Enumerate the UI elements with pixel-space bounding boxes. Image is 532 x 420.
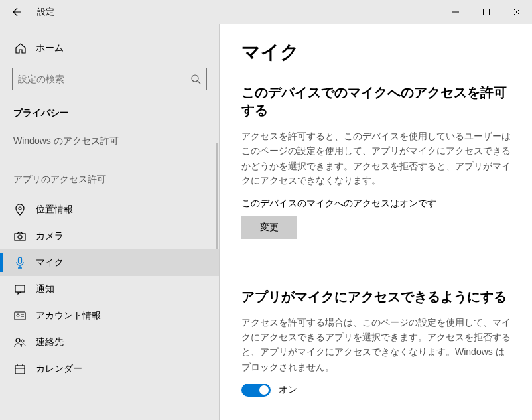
sidebar: ホーム プライバシー Windows のアクセス許可 アプリのアクセス許可 位置… — [0, 24, 219, 420]
svg-rect-15 — [15, 366, 25, 374]
app-access-toggle[interactable] — [241, 384, 271, 397]
main-content: マイク このデバイスでのマイクへのアクセスを許可する アクセスを許可すると、この… — [219, 24, 532, 420]
close-icon — [513, 8, 521, 16]
arrow-left-icon — [11, 7, 21, 17]
change-button[interactable]: 変更 — [241, 216, 297, 239]
close-button[interactable] — [501, 0, 532, 24]
section-description: アクセスを許可すると、このデバイスを使用しているユーザーはこのページの設定を使用… — [241, 129, 511, 188]
svg-point-2 — [192, 75, 198, 82]
section-heading: アプリがマイクにアクセスできるようにする — [241, 288, 511, 306]
sidebar-item-calendar[interactable]: カレンダー — [0, 356, 219, 382]
account-icon — [13, 311, 27, 320]
sidebar-item-label: 連絡先 — [36, 336, 64, 348]
contacts-icon — [13, 337, 27, 348]
search-input[interactable] — [18, 74, 190, 84]
svg-rect-7 — [19, 257, 22, 263]
sidebar-item-microphone[interactable]: マイク — [0, 249, 219, 276]
sidebar-item-label: アカウント情報 — [36, 310, 101, 322]
page-title: マイク — [241, 40, 511, 65]
home-icon — [15, 42, 28, 54]
sidebar-item-label: カメラ — [36, 230, 64, 242]
minimize-button[interactable] — [440, 0, 471, 24]
sidebar-item-label: 通知 — [36, 283, 54, 295]
sidebar-category: プライバシー — [0, 102, 219, 129]
calendar-icon — [13, 364, 27, 374]
notification-icon — [13, 284, 27, 295]
sidebar-item-camera[interactable]: カメラ — [0, 223, 219, 249]
sidebar-item-label: マイク — [36, 257, 64, 269]
sidebar-item-location[interactable]: 位置情報 — [0, 196, 219, 223]
svg-point-14 — [21, 340, 24, 342]
app-access-toggle-row: オン — [241, 384, 511, 397]
sidebar-item-label: カレンダー — [36, 363, 82, 375]
camera-icon — [13, 232, 27, 241]
sidebar-item-label: 位置情報 — [36, 204, 73, 216]
back-button[interactable] — [0, 0, 32, 24]
svg-point-10 — [17, 314, 19, 316]
nav-home[interactable]: ホーム — [0, 36, 219, 61]
section-description: アクセスを許可する場合は、このページの設定を使用して、マイクにアクセスできるアプ… — [241, 315, 511, 375]
window-controls — [440, 0, 532, 24]
svg-rect-8 — [15, 285, 25, 292]
sidebar-item-notifications[interactable]: 通知 — [0, 276, 219, 303]
window-title: 設定 — [37, 6, 54, 18]
titlebar: 設定 — [0, 0, 532, 24]
sidebar-group-apps: アプリのアクセス許可 — [0, 158, 219, 196]
svg-line-3 — [198, 81, 200, 84]
sidebar-item-account-info[interactable]: アカウント情報 — [0, 303, 219, 329]
location-icon — [13, 204, 27, 216]
maximize-button[interactable] — [471, 0, 501, 24]
toggle-label: オン — [279, 384, 297, 396]
sidebar-item-contacts[interactable]: 連絡先 — [0, 329, 219, 356]
svg-point-6 — [18, 235, 22, 239]
minimize-icon — [452, 8, 460, 16]
device-access-status: このデバイスのマイクへのアクセスはオンです — [241, 198, 511, 210]
sidebar-scrollbar[interactable] — [216, 143, 218, 249]
svg-rect-9 — [15, 312, 25, 320]
sidebar-group-windows: Windows のアクセス許可 — [0, 129, 219, 158]
search-box[interactable] — [12, 68, 207, 90]
section-heading: このデバイスでのマイクへのアクセスを許可する — [241, 84, 511, 119]
svg-point-4 — [19, 207, 21, 210]
maximize-icon — [482, 8, 490, 16]
section-app-access: アプリがマイクにアクセスできるようにする アクセスを許可する場合は、このページの… — [241, 288, 511, 397]
nav-home-label: ホーム — [36, 42, 64, 54]
svg-rect-1 — [484, 9, 490, 15]
svg-point-13 — [16, 338, 20, 342]
microphone-icon — [13, 257, 27, 269]
section-device-access: このデバイスでのマイクへのアクセスを許可する アクセスを許可すると、このデバイス… — [241, 84, 511, 265]
search-icon — [190, 74, 201, 84]
